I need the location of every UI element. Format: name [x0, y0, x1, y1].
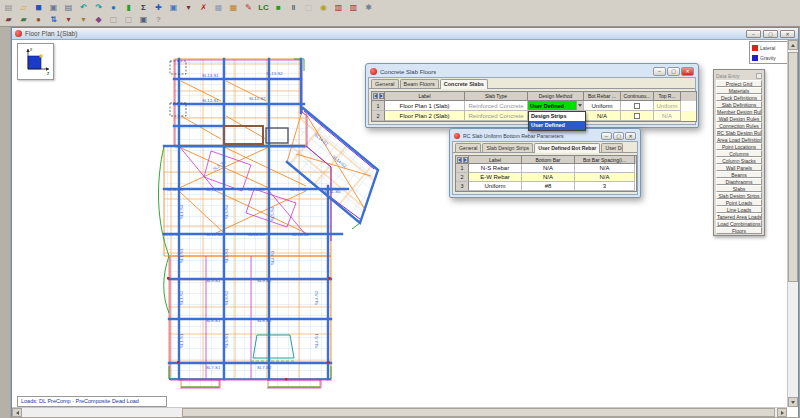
data-entry-item-columns[interactable]: Columns — [716, 150, 762, 157]
data-entry-item-column-stacks[interactable]: Column Stacks — [716, 157, 762, 164]
print-preview-icon[interactable]: ◉ — [317, 1, 330, 13]
continuous-checkbox[interactable] — [634, 103, 640, 109]
dialog2-close-icon[interactable]: ✕ — [625, 132, 636, 140]
data-entry-item-project-grid[interactable]: Project Grid — [716, 80, 762, 87]
paste-properties-icon[interactable]: ▰ — [17, 13, 30, 25]
data-entry-item-tapered-area-loads[interactable]: Tapered Area Loads — [716, 213, 762, 220]
table-row[interactable]: 3 Uniform #8 3 — [456, 182, 636, 191]
table-row[interactable]: 1 Floor Plan 1 (Slab) Reinforced Concret… — [372, 101, 696, 111]
floor-plan-titlebar[interactable]: Floor Plan 1(Slab) ‒ ▢ ✕ — [12, 28, 798, 40]
snapshot-icon[interactable]: ▣ — [137, 13, 150, 25]
cell-bar-spacing[interactable]: 3 — [575, 182, 635, 191]
report-2-icon[interactable]: ▥ — [347, 1, 360, 13]
solve-icon[interactable]: ■ — [272, 1, 285, 13]
data-entry-item-deck-definitions[interactable]: Deck Definitions — [716, 94, 762, 101]
data-entry-item-area-load-definitions[interactable]: Area Load Definitions — [716, 136, 762, 143]
table-row[interactable]: 1 N-S Rebar N/A N/A — [456, 164, 636, 173]
block-fill-icon[interactable]: ◆ — [92, 13, 105, 25]
cell-bot-rebar[interactable]: Uniform — [584, 101, 621, 111]
cell-label[interactable]: Floor Plan 2 (Slab) — [385, 111, 465, 121]
data-entry-titlebar[interactable]: Data Entry — [715, 71, 763, 80]
undo-icon[interactable]: ↶ — [77, 1, 90, 13]
minimize-icon[interactable]: ‒ — [746, 30, 761, 38]
report-icon[interactable]: ▥ — [332, 1, 345, 13]
cell-rebar-label[interactable]: E-W Rebar — [469, 173, 522, 182]
data-entry-item-slab-definitions[interactable]: Slab Definitions — [716, 101, 762, 108]
dialog1-maximize-icon[interactable]: ▢ — [667, 67, 680, 76]
cell-label[interactable]: Floor Plan 1 (Slab) — [385, 101, 465, 111]
tab-general-2[interactable]: General — [455, 143, 481, 152]
save-icon[interactable]: ◼ — [32, 1, 45, 13]
tab-user-def[interactable]: User Def — [601, 143, 623, 152]
cell-bot-rebar[interactable]: N/A — [584, 111, 621, 121]
cell-bar-spacing[interactable]: N/A — [575, 164, 635, 173]
data-entry-item-line-loads[interactable]: Line Loads — [716, 206, 762, 213]
dialog2-minimize-icon[interactable]: ‒ — [601, 132, 612, 140]
data-entry-item-diaphragms[interactable]: Diaphragms — [716, 178, 762, 185]
data-entry-item-rc-slab-design-rules[interactable]: RC Slab Design Rules — [716, 129, 762, 136]
data-entry-item-wall-panels[interactable]: Wall Panels — [716, 164, 762, 171]
dropdown-arrow-icon[interactable] — [576, 101, 583, 110]
restore-icon[interactable]: ▢ — [763, 30, 778, 38]
copy-properties-icon[interactable]: ▰ — [2, 13, 15, 25]
data-entry-item-slab-design-strips[interactable]: Slab Design Strips — [716, 192, 762, 199]
delete-icon[interactable]: ✗ — [197, 1, 210, 13]
dialog2-titlebar[interactable]: RC Slab Uniform Bottom Rebar Parameters … — [452, 131, 638, 141]
blank-icon[interactable]: ▢ — [302, 1, 315, 13]
horizontal-scroll-thumb[interactable] — [182, 408, 775, 417]
scroll-down-icon[interactable] — [788, 397, 798, 407]
elevation-view-icon[interactable]: ▮ — [122, 1, 135, 13]
data-entry-item-materials[interactable]: Materials — [716, 87, 762, 94]
col-label[interactable]: Label — [385, 92, 465, 101]
cell-rebar-label[interactable]: Uniform — [469, 182, 522, 191]
col-continuous[interactable]: Continuou... — [621, 92, 654, 101]
dialog2-maximize-icon[interactable]: ▢ — [613, 132, 624, 140]
cell-bar-spacing[interactable]: N/A — [575, 173, 635, 182]
new-file-icon[interactable]: ▤ — [2, 1, 15, 13]
next-row-button[interactable] — [379, 93, 384, 99]
col-top-rebar[interactable]: Top R... — [654, 92, 681, 101]
close-icon[interactable]: ✕ — [780, 30, 795, 38]
block-op-icon[interactable]: ▢ — [107, 13, 120, 25]
prev-row-button[interactable] — [373, 93, 378, 99]
drawing-canvas[interactable]: SL13-S1SL13-S2SL12-S1SL12-S2SL14-S1SL14-… — [12, 40, 798, 417]
col-label-2[interactable]: Label — [469, 156, 522, 164]
data-entry-item-connection-rules[interactable]: Connection Rules — [716, 122, 762, 129]
tab-user-defined-bot-rebar[interactable]: User Defined Bot Rebar — [534, 143, 600, 153]
dialog1-close-icon[interactable]: ✕ — [681, 67, 694, 76]
dialog1-minimize-icon[interactable]: ‒ — [653, 67, 666, 76]
cell-bottom-bar[interactable]: N/A — [522, 164, 575, 173]
data-entry-item-wall-design-rules[interactable]: Wall Design Rules — [716, 115, 762, 122]
cell-top-rebar[interactable]: N/A — [654, 111, 681, 121]
cell-design-method[interactable]: User Defined — [528, 101, 584, 111]
vertical-scroll-thumb[interactable] — [788, 52, 798, 282]
col-design-method[interactable]: Design Method — [528, 92, 584, 101]
data-entry-item-point-loads[interactable]: Point Loads — [716, 199, 762, 206]
cell-slab-type[interactable]: Reinforced Concrete — [465, 111, 528, 121]
tab-general[interactable]: General — [371, 79, 399, 88]
data-entry-item-slabs[interactable]: Slabs — [716, 185, 762, 192]
data-entry-item-load-combinations[interactable]: Load Combinations — [716, 220, 762, 227]
spreadsheet-icon[interactable]: ▦ — [227, 1, 240, 13]
plan-view-icon[interactable]: ▣ — [167, 1, 180, 13]
options-gear-icon[interactable]: ✱ — [362, 1, 375, 13]
dropdown-option-design-strips[interactable]: Design Strips — [529, 112, 585, 121]
cell-continuous[interactable] — [621, 111, 654, 121]
cell-bottom-bar[interactable]: #8 — [522, 182, 575, 191]
cell-bottom-bar[interactable]: N/A — [522, 173, 575, 182]
tab-slab-design-strips[interactable]: Slab Design Strips — [482, 143, 533, 152]
prev-row-button-2[interactable] — [457, 157, 462, 163]
help-icon[interactable]: ? — [152, 13, 165, 25]
open-file-icon[interactable]: ▱ — [17, 1, 30, 13]
next-row-button-2[interactable] — [463, 157, 468, 163]
member-loads-icon[interactable]: ▾ — [182, 1, 195, 13]
cell-slab-type[interactable]: Reinforced Concrete — [465, 101, 528, 111]
continuous-checkbox[interactable] — [634, 113, 640, 119]
design-check-icon[interactable]: ✎ — [242, 1, 255, 13]
grid-icon[interactable]: ▦ — [212, 1, 225, 13]
3d-view-icon[interactable]: ● — [107, 1, 120, 13]
table-row[interactable]: 2 E-W Rebar N/A N/A — [456, 173, 636, 182]
cell-continuous[interactable] — [621, 101, 654, 111]
tab-concrete-slabs[interactable]: Concrete Slabs — [440, 79, 488, 89]
insert-row-icon[interactable]: ▾ — [62, 13, 75, 25]
